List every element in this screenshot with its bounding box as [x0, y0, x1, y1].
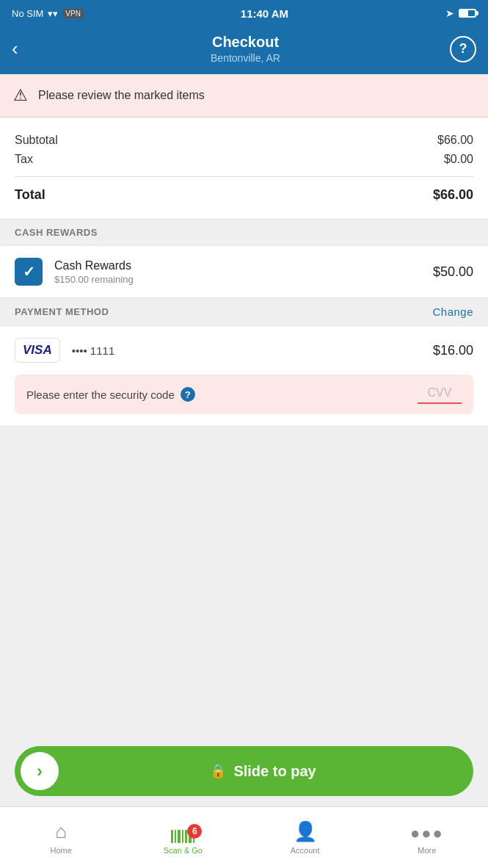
checkmark-icon: ✓	[23, 263, 35, 281]
tax-row: Tax $0.00	[15, 150, 473, 169]
vpn-badge: VPN	[62, 9, 84, 18]
card-number: •••• 1111	[72, 344, 421, 357]
cvv-label-text: Please enter the security code	[26, 388, 175, 401]
payment-method-label: PAYMENT METHOD	[15, 306, 109, 317]
nav-item-scan[interactable]: 6 Scan & Go	[122, 807, 244, 861]
slide-arrow-circle: ›	[21, 752, 59, 790]
visa-logo: VISA	[15, 338, 60, 363]
cash-rewards-label: CASH REWARDS	[15, 227, 98, 238]
cash-rewards-checkbox[interactable]: ✓	[15, 258, 43, 286]
status-time: 11:40 AM	[241, 7, 288, 20]
barcode-icon: 6	[171, 830, 194, 843]
payment-row: VISA •••• 1111 $16.00	[0, 326, 488, 375]
battery-icon	[459, 9, 476, 18]
lock-icon: 🔒	[210, 763, 226, 779]
barcode-line-2	[175, 830, 176, 843]
rewards-remaining: $150.00 remaining	[54, 274, 421, 285]
payment-header-row: PAYMENT METHOD Change	[15, 305, 473, 318]
status-right: ➤	[445, 7, 476, 19]
nav-label-home: Home	[50, 846, 71, 855]
rewards-name: Cash Rewards	[54, 259, 421, 272]
slide-to-pay-label: Slide to pay	[233, 763, 316, 780]
nav-label-more: More	[418, 846, 436, 855]
wifi-icon: ▾▾	[48, 8, 58, 19]
more-icon: ●●●	[410, 824, 444, 843]
cash-rewards-section-header: CASH REWARDS	[0, 220, 488, 245]
total-row: Total $66.00	[15, 184, 473, 206]
back-button[interactable]: ‹	[12, 37, 41, 60]
barcode-line-4	[182, 830, 183, 843]
home-icon: ⌂	[55, 820, 67, 843]
battery-fill	[460, 10, 468, 16]
warning-text: Please review the marked items	[38, 89, 205, 102]
bottom-nav: ⌂ Home 6 Scan & Go 👤 Account ●●● More	[0, 806, 488, 868]
slide-to-pay-button[interactable]: › 🔒 Slide to pay	[15, 746, 473, 796]
cvv-input-area: CVV	[418, 385, 462, 404]
page-title: Checkout	[41, 34, 450, 51]
location-icon: ➤	[445, 7, 454, 19]
cvv-help-button[interactable]: ?	[181, 387, 195, 402]
rewards-amount: $50.00	[433, 264, 473, 280]
nav-item-home[interactable]: ⌂ Home	[0, 807, 122, 861]
slide-text: 🔒 Slide to pay	[59, 763, 467, 780]
barcode-line-1	[171, 830, 173, 843]
warning-icon: ⚠	[13, 86, 28, 105]
tax-value: $0.00	[444, 153, 473, 166]
slide-pay-section: › 🔒 Slide to pay	[0, 731, 488, 806]
card-amount: $16.00	[433, 343, 473, 358]
status-bar: No SIM ▾▾ VPN 11:40 AM ➤	[0, 0, 488, 26]
cvv-label: Please enter the security code ?	[26, 387, 418, 402]
payment-method-section-header: PAYMENT METHOD Change	[0, 298, 488, 325]
slide-arrow-icon: ›	[37, 761, 43, 781]
nav-label-scan: Scan & Go	[164, 846, 203, 855]
change-button[interactable]: Change	[432, 305, 473, 318]
subtotal-row: Subtotal $66.00	[15, 131, 473, 150]
nav-item-account[interactable]: 👤 Account	[244, 807, 366, 861]
help-button[interactable]: ?	[450, 36, 476, 62]
cvv-input[interactable]: CVV	[418, 385, 462, 404]
warning-banner: ⚠ Please review the marked items	[0, 74, 488, 117]
header: ‹ Checkout Bentonville, AR ?	[0, 26, 488, 74]
payment-card: VISA •••• 1111 $16.00 Please enter the s…	[0, 325, 488, 427]
rewards-info: Cash Rewards $150.00 remaining	[54, 259, 421, 285]
barcode-line-3	[178, 830, 181, 843]
cvv-section: Please enter the security code ? CVV	[15, 375, 473, 414]
page-subtitle: Bentonville, AR	[41, 52, 450, 64]
scan-badge: 6	[187, 824, 202, 839]
cash-rewards-card: ✓ Cash Rewards $150.00 remaining $50.00	[0, 245, 488, 298]
subtotal-label: Subtotal	[15, 134, 58, 147]
total-label: Total	[15, 187, 45, 203]
status-left: No SIM ▾▾ VPN	[12, 8, 84, 19]
cash-rewards-row: ✓ Cash Rewards $150.00 remaining $50.00	[0, 246, 488, 297]
total-value: $66.00	[433, 187, 473, 203]
tax-label: Tax	[15, 153, 33, 166]
nav-item-more[interactable]: ●●● More	[366, 807, 488, 861]
account-icon: 👤	[294, 820, 317, 843]
subtotal-value: $66.00	[437, 134, 473, 147]
nav-label-account: Account	[291, 846, 320, 855]
signal-indicator: No SIM	[12, 8, 43, 19]
content-spacer	[0, 427, 488, 731]
price-summary: Subtotal $66.00 Tax $0.00 Total $66.00	[0, 117, 488, 220]
price-divider	[15, 176, 473, 177]
header-title-block: Checkout Bentonville, AR	[41, 34, 450, 64]
